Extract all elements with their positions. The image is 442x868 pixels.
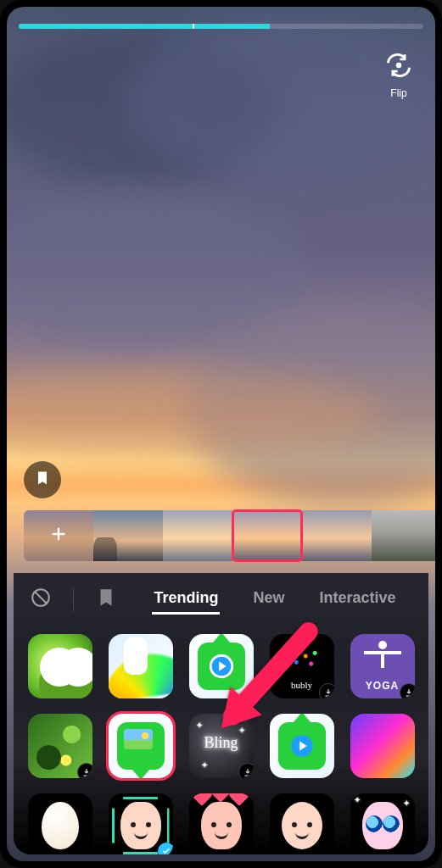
effect-face-scan[interactable]	[109, 793, 173, 854]
camera-viewfinder: Flip	[7, 7, 435, 861]
clip-thumbnail[interactable]	[302, 510, 372, 561]
tab-trending[interactable]: Trending	[152, 584, 220, 615]
bookmark-icon	[95, 587, 117, 612]
bookmark-effect-button[interactable]	[24, 461, 61, 498]
favorites-tab[interactable]	[94, 587, 118, 611]
clip-thumbnail[interactable]	[93, 510, 163, 561]
svg-point-0	[396, 63, 402, 69]
effect-egg[interactable]	[28, 793, 92, 854]
clip-thumbnail-selected[interactable]	[232, 510, 302, 561]
effect-green-screen-down[interactable]	[109, 714, 173, 778]
flip-label: Flip	[390, 87, 406, 99]
effects-tab-bar: Trending New Interactive	[14, 573, 428, 626]
effect-mom-face[interactable]	[270, 793, 334, 854]
divider	[73, 587, 74, 611]
download-icon	[77, 763, 92, 778]
clip-thumbnail[interactable]	[163, 510, 232, 561]
plus-icon	[49, 525, 68, 547]
tab-interactive[interactable]: Interactive	[317, 584, 397, 615]
effect-dragon[interactable]	[28, 634, 92, 698]
effect-gradient[interactable]	[350, 714, 415, 778]
clip-strip	[24, 510, 425, 561]
device-frame: Flip	[0, 0, 442, 868]
flip-camera-button[interactable]: Flip	[384, 51, 413, 99]
download-icon	[319, 683, 334, 698]
download-icon	[238, 763, 254, 778]
category-tabs: Trending New Interactive	[137, 584, 413, 615]
effect-hearts-face[interactable]	[189, 793, 254, 854]
effect-rainbow-hand[interactable]	[109, 634, 173, 698]
effect-jungle[interactable]	[28, 714, 92, 778]
recording-progress-fill	[19, 24, 270, 29]
no-effect-button[interactable]	[29, 587, 53, 611]
effects-grid[interactable]: bubly YOGA	[14, 626, 428, 854]
recording-progress-track	[19, 24, 423, 29]
effect-green-screen-up-2[interactable]	[270, 714, 334, 778]
effect-yoga[interactable]: YOGA	[350, 634, 415, 698]
tab-new[interactable]: New	[251, 584, 286, 615]
add-clip-button[interactable]	[24, 510, 93, 561]
download-icon	[400, 683, 415, 698]
check-icon	[158, 843, 173, 854]
flip-icon	[384, 51, 413, 82]
clip-thumbnail[interactable]	[372, 510, 435, 561]
recording-progress-marker	[193, 24, 194, 29]
effect-big-eyes[interactable]: ✦ ✦	[350, 793, 415, 854]
ban-icon	[30, 587, 52, 612]
bookmark-icon	[34, 470, 51, 490]
